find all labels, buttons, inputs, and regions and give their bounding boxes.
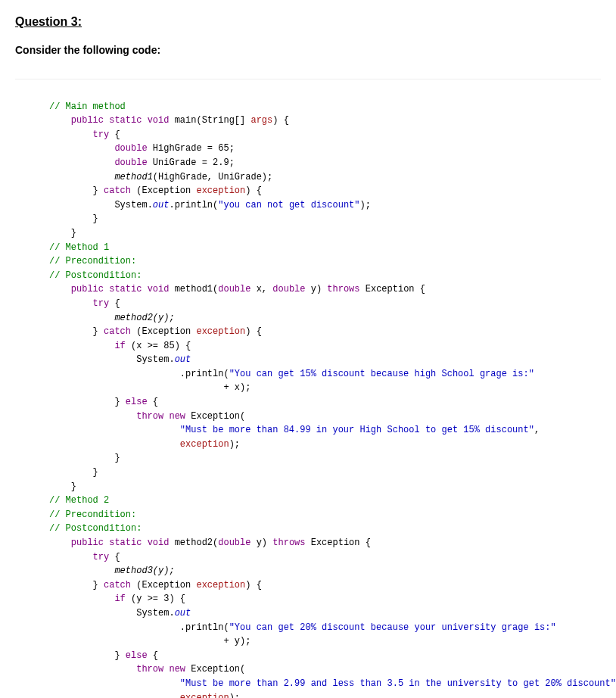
txt: Exception { (306, 538, 371, 548)
kw-catch: catch (104, 326, 131, 337)
txt: (HighGrade, UniGrade); (153, 172, 272, 182)
comment: // Precondition: (49, 256, 136, 266)
param: exception (180, 439, 229, 450)
txt: ) { (245, 580, 262, 590)
txt: ); (360, 200, 371, 210)
string: "Must be more than 84.99 in your High Sc… (180, 425, 534, 435)
brace: } (93, 467, 98, 478)
param: exception (180, 693, 229, 698)
txt: } (93, 580, 104, 590)
string: "Must be more than 2.99 and less than 3.… (180, 678, 616, 689)
txt: + y); (223, 636, 250, 647)
txt: + x); (223, 382, 250, 393)
txt: x, (250, 284, 272, 294)
kw-else: else (126, 650, 148, 661)
code-block: // Main method public static void main(S… (15, 79, 601, 698)
txt: (Exception (131, 185, 196, 196)
field-out: out (153, 200, 170, 210)
txt: System. (136, 608, 174, 619)
kw: public static void (71, 115, 170, 126)
comment-main: // Main method (49, 101, 126, 112)
txt: Exception { (360, 284, 425, 294)
kw-if: if (114, 341, 125, 351)
kw: public static void (71, 284, 170, 294)
string: "you can not get discount" (218, 200, 359, 210)
kw: public static void (71, 538, 170, 548)
kw-else: else (126, 397, 148, 407)
kw-thrownew: throw new (136, 411, 185, 422)
txt: y) (250, 538, 272, 548)
txt: { (109, 552, 120, 562)
comment: // Method 1 (49, 242, 109, 253)
question-title: Question 3: (15, 15, 601, 29)
string: "You can get 20% discount because your u… (229, 622, 556, 633)
string: "You can get 15% discount because high S… (229, 369, 534, 379)
txt: { (109, 298, 120, 309)
param: exception (196, 185, 245, 196)
txt: { (148, 650, 158, 661)
txt: (y >= 3) { (126, 594, 185, 604)
txt: ); (229, 693, 240, 698)
txt: .println( (169, 200, 218, 210)
txt: UniGrade = 2.9; (148, 157, 235, 168)
kw-thrownew: throw new (136, 664, 185, 675)
txt: System. (136, 354, 174, 365)
call: method2(y); (114, 313, 174, 323)
call: method1 (114, 172, 152, 182)
kw: double (272, 284, 305, 294)
txt: } (114, 650, 125, 661)
brace: } (114, 453, 120, 463)
kw: double (218, 284, 250, 294)
txt: , (534, 425, 540, 435)
txt: { (109, 129, 120, 140)
question-prompt: Consider the following code: (15, 44, 601, 56)
kw-try: try (93, 298, 110, 309)
txt: { (148, 397, 158, 407)
field-out: out (175, 354, 191, 365)
txt: } (93, 185, 104, 196)
txt: ) { (245, 185, 262, 196)
txt: main(String[] (169, 115, 250, 126)
field-out: out (175, 608, 191, 619)
comment: // Postcondition: (49, 523, 142, 534)
txt: (Exception (131, 326, 196, 337)
txt: (x >= 85) { (126, 341, 191, 351)
txt: ); (229, 439, 240, 450)
brace: } (71, 481, 76, 492)
txt: Exception( (185, 664, 245, 675)
brace: } (71, 228, 76, 238)
txt: y) (306, 284, 328, 294)
txt: ) { (245, 326, 262, 337)
txt: System. (114, 200, 152, 210)
kw-if: if (114, 594, 125, 604)
brace: } (93, 213, 98, 224)
comment: // Precondition: (49, 509, 136, 520)
param: exception (196, 326, 245, 337)
param: exception (196, 580, 245, 590)
txt: (Exception (131, 580, 196, 590)
kw-try: try (93, 552, 110, 562)
txt: } (93, 326, 104, 337)
kw-catch: catch (104, 580, 131, 590)
txt: Exception( (185, 411, 245, 422)
kw: throws (327, 284, 359, 294)
kw-double: double (114, 143, 147, 154)
txt: HighGrade = 65; (148, 143, 235, 154)
txt: method2( (169, 538, 218, 548)
kw: double (218, 538, 250, 548)
txt: .println( (180, 622, 229, 633)
comment: // Method 2 (49, 495, 109, 506)
kw-try: try (93, 129, 110, 140)
txt: } (114, 397, 125, 407)
call: method3(y); (114, 566, 174, 576)
param: args (250, 115, 272, 126)
txt: .println( (180, 369, 229, 379)
txt: method1( (169, 284, 218, 294)
kw-double: double (114, 157, 147, 168)
txt: ) { (272, 115, 289, 126)
kw-catch: catch (104, 185, 131, 196)
kw: throws (272, 538, 305, 548)
comment: // Postcondition: (49, 270, 142, 281)
